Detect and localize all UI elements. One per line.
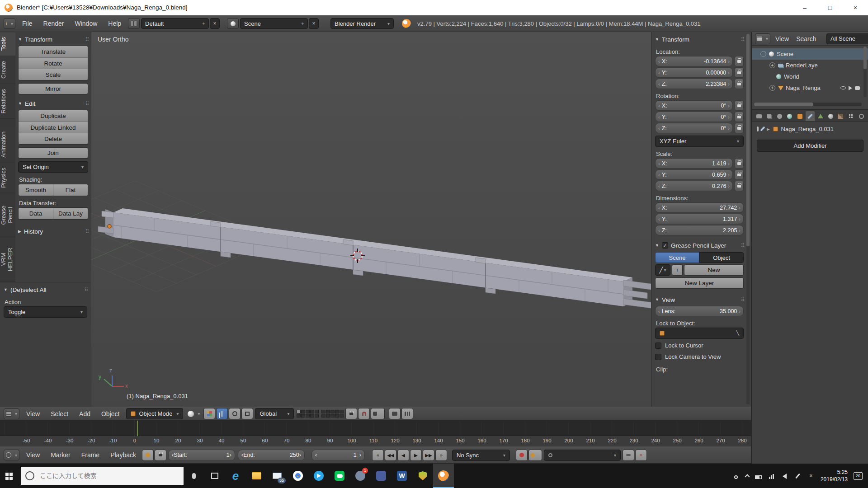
breadcrumb-object-name[interactable]: Naga_Renga_0.031: [781, 126, 834, 132]
active-keying-set-field[interactable]: ▾: [544, 450, 621, 461]
menu-playback[interactable]: Playback: [105, 447, 142, 463]
video-app-button[interactable]: [371, 464, 392, 488]
menu-select[interactable]: Select: [45, 407, 74, 420]
gp-new-button[interactable]: New: [684, 264, 744, 276]
edit-panel-header[interactable]: ▼ Edit ⠿: [18, 98, 88, 109]
sync-mode-selector[interactable]: No Sync ▾: [452, 450, 510, 461]
lock-x-button[interactable]: [735, 56, 744, 66]
lens-field[interactable]: ‹Lens:35.000›: [655, 306, 744, 316]
translate-manipulator-button[interactable]: [216, 408, 228, 419]
increment-icon[interactable]: ›: [739, 228, 741, 233]
scale-y-field[interactable]: ‹Y:0.659›: [655, 169, 733, 180]
add-scene-icon[interactable]: +: [298, 21, 304, 26]
word-button[interactable]: W: [392, 464, 412, 488]
scale-z-field[interactable]: ‹Z:0.276›: [655, 181, 733, 191]
rotation-y-field[interactable]: ‹Y:0°›: [655, 112, 733, 122]
file-explorer-button[interactable]: [246, 464, 267, 488]
delete-button[interactable]: Delete: [19, 133, 88, 144]
drag-handle-icon[interactable]: ⠿: [85, 229, 88, 235]
increment-icon[interactable]: ›: [728, 183, 730, 189]
increment-icon[interactable]: ›: [739, 216, 741, 222]
deselect-panel-header[interactable]: ▼ (De)select All ⠿: [4, 284, 87, 295]
duplicate-button[interactable]: Duplicate: [19, 110, 88, 122]
decrement-icon[interactable]: ‹: [658, 59, 660, 64]
n-panel-scrollbar[interactable]: [746, 34, 750, 404]
next-keyframe-button[interactable]: ▶▶: [423, 450, 434, 461]
transform-section-header[interactable]: ▼ Transform ⠿: [655, 34, 744, 45]
menu-add[interactable]: Add: [74, 407, 96, 420]
toggle-dropdown[interactable]: Toggle ▾: [4, 306, 87, 318]
dimensions-y-field[interactable]: ‹Y:1.317›: [655, 214, 744, 224]
grease-pencil-checkbox[interactable]: ✓: [662, 242, 668, 249]
people-icon[interactable]: [732, 473, 740, 479]
lock-to-object-selector[interactable]: ╲: [655, 328, 744, 339]
decrement-icon[interactable]: ‹: [658, 103, 660, 108]
increment-icon[interactable]: ›: [728, 172, 730, 178]
rotation-mode-dropdown[interactable]: XYZ Euler ▾: [655, 136, 744, 147]
translate-button[interactable]: Translate: [19, 46, 88, 57]
tab-vrm-helper[interactable]: VRM HELPER: [0, 237, 15, 282]
increment-icon[interactable]: ›: [739, 205, 741, 211]
decrement-icon[interactable]: ‹: [658, 161, 660, 166]
jump-to-start-button[interactable]: «: [372, 450, 384, 461]
task-view-button[interactable]: [204, 464, 225, 488]
scale-x-field[interactable]: ‹X:1.419›: [655, 158, 733, 169]
decrement-icon[interactable]: ‹: [315, 452, 317, 458]
history-panel-header[interactable]: ▶ History ⠿: [18, 226, 88, 237]
taskbar-search[interactable]: [21, 467, 184, 485]
menu-view[interactable]: View: [772, 32, 793, 45]
mode-selector[interactable]: Object Mode ▾: [126, 408, 183, 419]
close-button[interactable]: ×: [843, 0, 868, 15]
layer-cell[interactable]: [330, 414, 335, 418]
screen-layout-selector[interactable]: Default +: [141, 18, 209, 29]
security-app-button[interactable]: [412, 464, 433, 488]
expand-toggle-icon[interactable]: +: [769, 62, 775, 68]
layer-cell[interactable]: [306, 414, 310, 418]
dimensions-z-field[interactable]: ‹Z:2.205›: [655, 225, 744, 235]
menu-render[interactable]: Render: [38, 15, 70, 32]
dimensions-x-field[interactable]: ‹X:27.742›: [655, 202, 744, 213]
start-frame-field[interactable]: ‹Start:1›: [168, 450, 235, 461]
decrement-icon[interactable]: ‹: [658, 216, 660, 222]
lock-to-cursor-checkbox[interactable]: [655, 343, 661, 349]
layer-cell[interactable]: [315, 414, 319, 418]
decrement-icon[interactable]: ‹: [658, 70, 660, 75]
start-button[interactable]: [0, 464, 21, 488]
layer-cell[interactable]: [340, 410, 344, 413]
decrement-icon[interactable]: ‹: [658, 172, 660, 178]
outliner-vertical-scrollbar[interactable]: [863, 47, 867, 97]
snap-toggle-button[interactable]: [358, 408, 370, 419]
action-center-button[interactable]: 20: [854, 472, 863, 480]
decrement-icon[interactable]: ‹: [658, 205, 660, 211]
outliner-horizontal-scrollbar[interactable]: [754, 103, 862, 106]
viewport-shading-selector[interactable]: ▾: [186, 408, 202, 419]
menu-view[interactable]: View: [21, 407, 45, 420]
editor-type-button[interactable]: ▾: [4, 408, 19, 419]
set-origin-dropdown[interactable]: Set Origin ▾: [18, 161, 88, 173]
play-button[interactable]: ▶: [410, 450, 422, 461]
layer-cell[interactable]: [326, 410, 330, 413]
lock-rotation-y-button[interactable]: [735, 112, 744, 122]
scale-manipulator-button[interactable]: [241, 408, 253, 419]
menu-view[interactable]: View: [21, 447, 45, 463]
scene-icon[interactable]: [227, 18, 239, 29]
tab-render-layers-icon[interactable]: [765, 111, 774, 121]
line-button[interactable]: [329, 464, 350, 488]
gp-scene-tab[interactable]: Scene: [655, 252, 699, 263]
outliner-row-renderlayer[interactable]: + RenderLaye: [752, 60, 868, 71]
scrollbar-thumb[interactable]: [754, 103, 813, 106]
scrollbar-thumb[interactable]: [863, 47, 867, 69]
layer-cell[interactable]: [335, 410, 339, 413]
render-engine-selector[interactable]: Blender Render ▾: [330, 18, 394, 29]
lock-y-button[interactable]: [735, 67, 744, 78]
mirror-button[interactable]: Mirror: [18, 83, 88, 94]
tab-tools[interactable]: Tools: [0, 32, 15, 56]
menu-object[interactable]: Object: [96, 407, 125, 420]
increment-icon[interactable]: ›: [299, 452, 301, 458]
data-button[interactable]: Data: [19, 208, 53, 219]
flat-button[interactable]: Flat: [53, 184, 88, 196]
layer-cell[interactable]: [340, 414, 344, 418]
layers-widget-group-1[interactable]: [297, 410, 319, 418]
rotation-x-field[interactable]: ‹X:0°›: [655, 100, 733, 111]
auto-keyframe-button[interactable]: [516, 450, 528, 461]
